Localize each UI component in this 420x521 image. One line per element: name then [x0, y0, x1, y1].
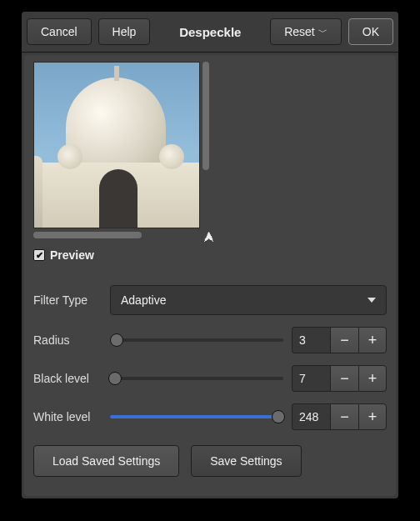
dialog-title: Despeckle [157, 25, 263, 39]
settings-footer: Load Saved Settings Save Settings [33, 445, 387, 477]
cancel-button[interactable]: Cancel [27, 18, 92, 45]
preview-vertical-scrollbar[interactable] [202, 62, 209, 228]
preview-horizontal-scrollbar[interactable] [33, 232, 200, 238]
white-level-increment-button[interactable]: + [358, 403, 387, 430]
black-level-input[interactable] [292, 365, 330, 392]
black-level-label: Black level [33, 372, 102, 385]
reset-button[interactable]: Reset ﹀ [270, 18, 342, 45]
dialog-body: ⮝ ✔ Preview Filter Type Adaptive Radius [24, 55, 396, 496]
slider-knob[interactable] [272, 410, 285, 423]
slider-knob[interactable] [108, 372, 122, 385]
black-level-decrement-button[interactable]: − [330, 365, 358, 392]
preview-checkbox-row: ✔ Preview [33, 248, 387, 262]
white-level-label: White level [33, 410, 102, 423]
radius-row: Radius − + [33, 327, 387, 353]
dropdown-icon [368, 298, 376, 303]
filter-type-value: Adaptive [121, 293, 166, 307]
radius-decrement-button[interactable]: − [330, 327, 358, 353]
preview-navigate-icon[interactable]: ⮝ [203, 230, 215, 243]
preview-area: ⮝ [33, 62, 387, 228]
black-level-slider[interactable] [110, 370, 283, 387]
filter-type-combo[interactable]: Adaptive [110, 285, 387, 315]
white-level-slider[interactable] [110, 408, 283, 425]
filter-type-row: Filter Type Adaptive [33, 285, 387, 315]
radius-increment-button[interactable]: + [358, 327, 387, 353]
black-level-row: Black level − + [33, 365, 387, 392]
despeckle-dialog: Cancel Help Despeckle Reset ﹀ OK ⮝ ✔ [22, 12, 398, 498]
black-level-increment-button[interactable]: + [358, 365, 387, 392]
filter-type-label: Filter Type [33, 293, 102, 307]
controls-group: Filter Type Adaptive Radius − + [33, 285, 387, 430]
white-level-decrement-button[interactable]: − [330, 403, 358, 430]
slider-knob[interactable] [110, 333, 123, 347]
help-button[interactable]: Help [98, 18, 151, 45]
ok-button[interactable]: OK [348, 18, 393, 45]
chevron-down-icon: ﹀ [318, 26, 328, 38]
radius-label: Radius [33, 333, 102, 347]
white-level-input[interactable] [292, 403, 330, 430]
radius-input[interactable] [292, 327, 330, 353]
preview-checkbox[interactable]: ✔ [33, 249, 45, 261]
radius-spin: − + [292, 327, 387, 353]
load-saved-settings-button[interactable]: Load Saved Settings [33, 445, 179, 477]
white-level-spin: − + [292, 403, 387, 430]
preview-image[interactable] [33, 62, 200, 228]
white-level-row: White level − + [33, 403, 387, 430]
black-level-spin: − + [292, 365, 387, 392]
scrollbar-thumb[interactable] [202, 62, 209, 170]
preview-checkbox-label: Preview [50, 248, 94, 262]
save-settings-button[interactable]: Save Settings [191, 445, 301, 477]
scrollbar-thumb[interactable] [33, 232, 142, 238]
reset-label: Reset [284, 25, 315, 38]
radius-slider[interactable] [110, 332, 283, 348]
dialog-header: Cancel Help Despeckle Reset ﹀ OK [22, 12, 398, 53]
